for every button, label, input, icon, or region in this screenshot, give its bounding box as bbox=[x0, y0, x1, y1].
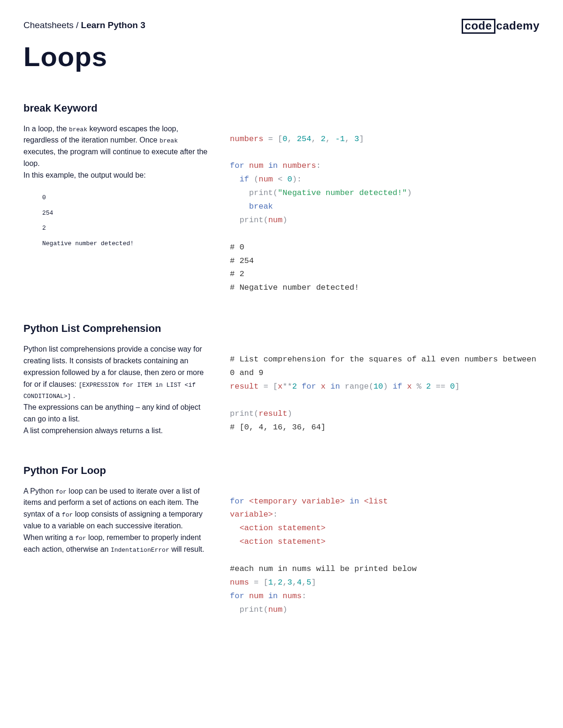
prose: Python list comprehensions provide a con… bbox=[23, 344, 211, 436]
inline-code: for bbox=[62, 511, 73, 518]
output-line: 0 bbox=[42, 190, 211, 206]
prose: In a loop, the break keyword escapes the… bbox=[23, 123, 211, 181]
inline-code: break bbox=[160, 137, 178, 144]
output-line: 254 bbox=[42, 206, 211, 221]
section-heading: Python For Loop bbox=[23, 463, 540, 478]
output-line: Negative number detected! bbox=[42, 236, 211, 252]
section-list-comprehension: Python List Comprehension Python list co… bbox=[23, 321, 540, 436]
code-block: # List comprehension for the squares of … bbox=[230, 353, 540, 434]
section-heading: Python List Comprehension bbox=[23, 321, 540, 336]
logo-box: code bbox=[462, 19, 495, 34]
code-block: for <temporary variable> in <list variab… bbox=[230, 495, 540, 617]
output-block: 0 254 2 Negative number detected! bbox=[23, 190, 211, 251]
header: Cheatsheets / Learn Python 3 Loops codec… bbox=[23, 19, 540, 100]
page-title: Loops bbox=[23, 36, 145, 77]
breadcrumb: Cheatsheets / Learn Python 3 bbox=[23, 19, 145, 32]
inline-code: for bbox=[75, 535, 86, 542]
code-block: numbers = [0, 254, 2, -1, 3] for num in … bbox=[230, 133, 540, 295]
section-heading: break Keyword bbox=[23, 100, 540, 116]
logo: codecademy bbox=[462, 19, 540, 34]
inline-code: IndentationError bbox=[111, 547, 169, 554]
section-break-keyword: break Keyword In a loop, the break keywo… bbox=[23, 100, 540, 295]
section-for-loop: Python For Loop A Python for loop can be… bbox=[23, 463, 540, 617]
logo-rest: cademy bbox=[495, 20, 540, 32]
output-line: 2 bbox=[42, 221, 211, 236]
prose: A Python for loop can be used to iterate… bbox=[23, 486, 211, 555]
inline-code: break bbox=[69, 126, 87, 133]
breadcrumb-current: Learn Python 3 bbox=[81, 20, 145, 30]
inline-code: for bbox=[56, 488, 67, 495]
breadcrumb-prefix: Cheatsheets / bbox=[23, 20, 81, 30]
